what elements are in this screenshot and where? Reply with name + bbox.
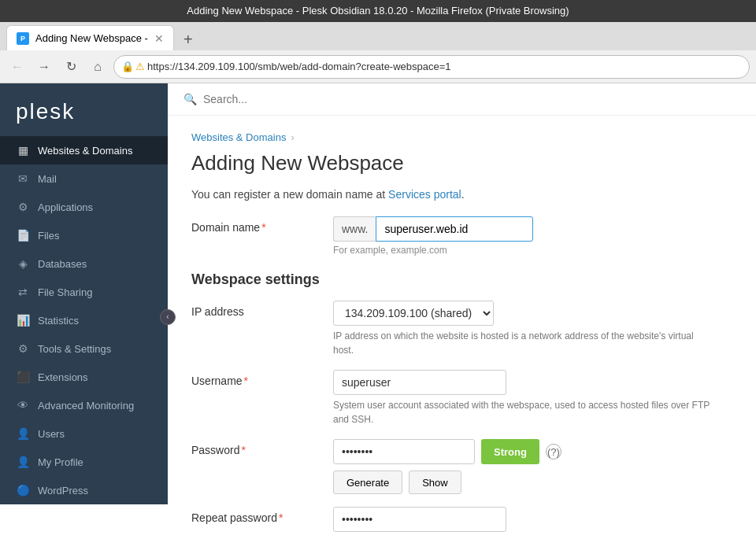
password-input[interactable] <box>333 439 475 464</box>
sidebar-label-advanced-monitoring: Advanced Monitoring <box>38 400 134 412</box>
sidebar-item-extensions[interactable]: ⬛ Extensions <box>0 363 168 391</box>
reload-button[interactable]: ↻ <box>60 56 82 78</box>
back-button[interactable]: ← <box>6 56 28 78</box>
domain-name-row: Domain name* www. For example, example.c… <box>191 216 732 256</box>
sidebar-item-files[interactable]: 📄 Files <box>0 221 168 249</box>
ip-address-field: 134.209.109.100 (shared) IP address on w… <box>333 301 732 357</box>
show-password-button[interactable]: Show <box>409 471 461 494</box>
tab-label: Adding New Webspace - <box>35 32 148 44</box>
users-icon: 👤 <box>16 427 30 440</box>
generate-password-button[interactable]: Generate <box>333 471 402 494</box>
sidebar-item-applications[interactable]: ⚙ Applications <box>0 193 168 221</box>
tab-favicon: P <box>17 32 29 45</box>
sidebar-label-users: Users <box>38 428 65 440</box>
extensions-icon: ⬛ <box>16 371 30 383</box>
repeat-password-input[interactable] <box>333 507 506 532</box>
sidebar-collapse-button[interactable]: ‹ <box>160 309 176 325</box>
sidebar-label-applications: Applications <box>38 201 93 213</box>
advanced-monitoring-icon: 👁 <box>16 399 30 412</box>
address-input[interactable] <box>113 55 750 79</box>
browser-titlebar: Adding New Webspace - Plesk Obsidian 18.… <box>0 0 756 22</box>
breadcrumb-parent-link[interactable]: Websites & Domains <box>191 131 286 143</box>
databases-icon: ◈ <box>16 257 30 270</box>
sidebar-item-statistics[interactable]: 📊 Statistics <box>0 306 168 334</box>
sidebar-item-databases[interactable]: ◈ Databases <box>0 249 168 278</box>
sidebar-item-file-sharing[interactable]: ⇄ File Sharing <box>0 278 168 306</box>
page-title: Adding New Webspace <box>191 151 732 175</box>
address-bar-wrap: 🔒 ⚠ <box>113 55 750 79</box>
password-required: * <box>241 444 245 456</box>
websites-domains-icon: ▦ <box>16 144 30 157</box>
sidebar-nav: ▦ Websites & Domains ✉ Mail ⚙ Applicatio… <box>0 136 168 504</box>
ip-address-select[interactable]: 134.209.109.100 (shared) <box>333 301 494 326</box>
repeat-password-label: Repeat password* <box>191 507 317 524</box>
ip-address-row: IP address 134.209.109.100 (shared) IP a… <box>191 301 732 357</box>
file-sharing-icon: ⇄ <box>16 286 30 298</box>
password-input-row: Strong (?) <box>333 439 732 464</box>
intro-text: You can register a new domain name at <box>191 188 388 201</box>
domain-name-input[interactable] <box>376 216 533 242</box>
password-field: Strong (?) Generate Show <box>333 439 732 494</box>
files-icon: 📄 <box>16 229 30 242</box>
sidebar-label-extensions: Extensions <box>38 371 88 383</box>
new-tab-button[interactable]: + <box>177 28 199 50</box>
sidebar-item-wordpress[interactable]: 🔵 WordPress <box>0 476 168 504</box>
sidebar-item-websites-domains[interactable]: ▦ Websites & Domains <box>0 136 168 164</box>
password-strength-badge: Strong <box>481 439 539 464</box>
sidebar-label-tools-settings: Tools & Settings <box>38 343 111 355</box>
domain-name-field: www. For example, example.com <box>333 216 732 256</box>
sidebar-item-users[interactable]: 👤 Users <box>0 419 168 448</box>
statistics-icon: 📊 <box>16 314 30 327</box>
webspace-settings-title: Webspace settings <box>191 271 732 288</box>
username-row: Username* System user account associated… <box>191 370 732 426</box>
username-label: Username* <box>191 370 317 387</box>
sidebar-label-statistics: Statistics <box>38 315 79 327</box>
repeat-password-field <box>333 507 732 532</box>
browser-tab-active[interactable]: P Adding New Webspace - ✕ <box>6 25 174 50</box>
applications-icon: ⚙ <box>16 201 30 213</box>
password-help-icon[interactable]: (?) <box>546 444 561 460</box>
titlebar-text: Adding New Webspace - Plesk Obsidian 18.… <box>187 5 569 17</box>
mail-icon: ✉ <box>16 172 30 185</box>
password-btn-row: Generate Show <box>333 471 732 494</box>
repeat-password-required: * <box>279 511 283 524</box>
sidebar-logo: plesk <box>0 83 168 136</box>
username-description: System user account associated with the … <box>333 398 711 426</box>
ip-address-label: IP address <box>191 301 317 318</box>
sidebar-item-mail[interactable]: ✉ Mail <box>0 164 168 193</box>
domain-hint: For example, example.com <box>333 245 732 256</box>
content-main: Websites & Domains › Adding New Webspace… <box>168 116 756 550</box>
forward-button[interactable]: → <box>33 56 55 78</box>
username-input[interactable] <box>333 370 506 395</box>
sidebar-item-tools-settings[interactable]: ⚙ Tools & Settings <box>0 334 168 363</box>
breadcrumb-separator: › <box>291 132 294 143</box>
my-profile-icon: 👤 <box>16 456 30 468</box>
sidebar-label-mail: Mail <box>38 173 57 185</box>
sidebar-label-wordpress: WordPress <box>38 485 88 496</box>
sidebar-label-file-sharing: File Sharing <box>38 286 92 298</box>
repeat-password-row: Repeat password* <box>191 507 732 532</box>
tools-settings-icon: ⚙ <box>16 342 30 355</box>
lock-icon: 🔒 <box>121 61 134 72</box>
username-required: * <box>244 375 248 387</box>
username-field: System user account associated with the … <box>333 370 732 426</box>
search-bar: 🔍 <box>168 83 756 116</box>
search-input[interactable] <box>203 93 361 105</box>
ip-address-description: IP address on which the website is hoste… <box>333 329 711 357</box>
sidebar-label-databases: Databases <box>38 258 87 270</box>
domain-name-required: * <box>261 221 265 234</box>
app-body: plesk ▦ Websites & Domains ✉ Mail ⚙ Appl… <box>0 83 756 550</box>
home-button[interactable]: ⌂ <box>87 56 109 78</box>
domain-input-wrap: www. <box>333 216 732 242</box>
services-portal-link[interactable]: Services portal <box>388 188 461 201</box>
sidebar-item-my-profile[interactable]: 👤 My Profile <box>0 448 168 476</box>
sidebar-item-advanced-monitoring[interactable]: 👁 Advanced Monitoring <box>0 391 168 419</box>
domain-name-label: Domain name* <box>191 216 317 234</box>
sidebar-label-files: Files <box>38 230 59 242</box>
tab-close-button[interactable]: ✕ <box>154 32 164 45</box>
domain-prefix: www. <box>333 216 376 242</box>
browser-tabs: P Adding New Webspace - ✕ + <box>0 22 756 50</box>
sidebar-label-websites-domains: Websites & Domains <box>38 145 132 157</box>
sidebar-label-my-profile: My Profile <box>38 456 83 468</box>
warning-icon: ⚠ <box>135 61 145 72</box>
